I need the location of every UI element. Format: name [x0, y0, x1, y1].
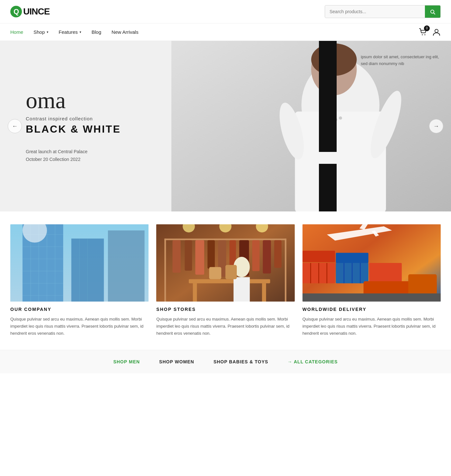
feature-card-stores: SHOP STORES Quisque pulvinar sed arcu eu… [156, 224, 294, 337]
svg-rect-46 [263, 240, 271, 274]
logo[interactable]: Q UINCE [10, 6, 50, 17]
svg-rect-45 [252, 240, 260, 271]
user-account-button[interactable] [432, 28, 441, 36]
hero-subtitle: Contrast inspired collection [26, 116, 121, 121]
shape-short [319, 164, 337, 211]
feature-image-delivery [302, 224, 441, 302]
feature-title-company: OUR COMPANY [10, 307, 149, 312]
svg-rect-47 [274, 240, 282, 268]
svg-rect-76 [302, 294, 441, 302]
feature-title-stores: SHOP STORES [156, 307, 294, 312]
slider-prev-button[interactable]: ← [8, 119, 22, 133]
feature-text-delivery: Quisque pulvinar sed arcu eu maximus. Ae… [302, 316, 441, 337]
search-bar [325, 5, 441, 18]
footer-nav-all-categories[interactable]: → All Categories [288, 359, 338, 364]
footer-nav-shop-men[interactable]: SHOP MEN [113, 359, 140, 364]
svg-rect-36 [165, 238, 166, 302]
svg-point-2 [422, 34, 423, 35]
svg-point-3 [425, 34, 426, 35]
footer-nav-shop-women[interactable]: SHOP WOMEN [159, 359, 194, 364]
hero-script-text: oma [26, 89, 121, 112]
chevron-down-icon: ▾ [80, 30, 81, 34]
svg-rect-35 [165, 238, 287, 240]
nav-item-new-arrivals[interactable]: New Arrivals [111, 23, 138, 41]
nav-item-home[interactable]: Home [10, 23, 23, 41]
search-icon [430, 9, 435, 14]
building-svg [10, 224, 149, 302]
svg-rect-49 [193, 283, 197, 302]
svg-rect-50 [262, 283, 266, 302]
cart-button[interactable]: 0 [419, 28, 427, 36]
nav-item-blog[interactable]: Blog [91, 23, 101, 41]
features-section: OUR COMPANY Quisque pulvinar sed arcu eu… [0, 211, 451, 350]
svg-rect-56 [209, 267, 221, 279]
feature-card-delivery: WORLDWIDE DELIVERY Quisque pulvinar sed … [302, 224, 441, 337]
svg-rect-40 [196, 240, 205, 275]
svg-rect-41 [207, 240, 215, 268]
svg-rect-37 [285, 238, 286, 302]
hero-lorem-text: ipsum dolor sit amet, consectetuer ing e… [361, 54, 445, 67]
cart-count: 0 [424, 25, 430, 31]
shop-svg [156, 224, 294, 302]
delivery-svg [302, 224, 441, 302]
svg-rect-52 [234, 277, 250, 302]
header: Q UINCE [0, 0, 451, 23]
user-icon [432, 28, 441, 36]
svg-rect-32 [108, 230, 145, 302]
svg-rect-39 [185, 240, 192, 271]
svg-rect-38 [173, 240, 181, 273]
hero-content: oma Contrast inspired collection BLACK &… [26, 89, 121, 163]
nav-item-features[interactable]: Features ▾ [59, 23, 81, 41]
feature-image-stores [156, 224, 294, 302]
svg-point-4 [435, 29, 438, 33]
footer-nav-shop-babies[interactable]: SHOP BABIES & TOYS [214, 359, 268, 364]
search-button[interactable] [425, 5, 440, 18]
svg-rect-48 [189, 279, 270, 284]
feature-text-company: Quisque pulvinar sed arcu eu maximus. Ae… [10, 316, 149, 337]
feature-text-stores: Quisque pulvinar sed arcu eu maximus. Ae… [156, 316, 294, 337]
shape-tall [319, 41, 337, 152]
footer-nav: SHOP MEN SHOP WOMEN SHOP BABIES & TOYS →… [0, 350, 451, 373]
search-input[interactable] [325, 6, 425, 17]
feature-card-company: OUR COMPANY Quisque pulvinar sed arcu eu… [10, 224, 149, 337]
hero-shapes [309, 41, 341, 211]
slider-next-button[interactable]: → [429, 119, 443, 133]
svg-rect-61 [369, 263, 402, 283]
nav-item-shop[interactable]: Shop ▾ [34, 23, 48, 41]
hero-title: BLACK & WHITE [26, 123, 121, 135]
feature-image-company [10, 224, 149, 302]
hero-slider: oma Contrast inspired collection BLACK &… [0, 41, 451, 211]
svg-line-1 [434, 13, 435, 14]
logo-text: UINCE [23, 6, 50, 17]
feature-title-delivery: WORLDWIDE DELIVERY [302, 307, 441, 312]
svg-rect-63 [336, 253, 368, 263]
hero-event-text: Great launch at Central Palace October 2… [26, 148, 121, 163]
nav-right: 0 [419, 28, 441, 36]
nav-left: Home Shop ▾ Features ▾ Blog New Arrivals [10, 23, 139, 41]
main-nav: Home Shop ▾ Features ▾ Blog New Arrivals… [0, 23, 451, 41]
svg-rect-62 [302, 251, 335, 262]
logo-q-icon: Q [10, 6, 22, 17]
chevron-down-icon: ▾ [47, 30, 48, 34]
svg-rect-57 [225, 265, 237, 279]
